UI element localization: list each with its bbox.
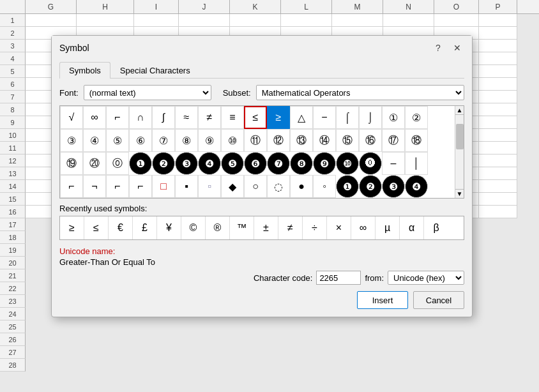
recent-symbol[interactable]: α xyxy=(400,216,424,239)
recent-symbol[interactable]: ¥ xyxy=(157,216,181,239)
symbol-cell[interactable]: ⑦ xyxy=(152,129,175,152)
tab-symbols[interactable]: Symbols xyxy=(59,62,110,79)
symbol-cell[interactable]: ⑥ xyxy=(129,129,152,152)
symbol-cell[interactable]: ⌐ xyxy=(60,175,83,198)
symbol-cell[interactable]: ⌐ xyxy=(106,175,129,198)
symbol-cell[interactable]: ≈ xyxy=(175,106,198,129)
recent-symbol[interactable]: ≠ xyxy=(278,216,303,239)
recent-symbol[interactable]: ® xyxy=(206,216,230,239)
symbol-cell[interactable]: ❿ xyxy=(336,152,359,175)
symbol-cell[interactable]: │ xyxy=(405,152,428,175)
ss-cell[interactable] xyxy=(479,27,517,40)
symbol-cell[interactable]: ❷ xyxy=(359,175,382,198)
symbol-cell[interactable]: ❼ xyxy=(267,152,290,175)
symbol-cell[interactable]: ⓪ xyxy=(106,152,129,175)
ss-cell[interactable] xyxy=(479,167,517,180)
recent-symbol[interactable]: ± xyxy=(254,216,278,239)
ss-cell[interactable] xyxy=(479,65,517,78)
help-button[interactable]: ? xyxy=(431,41,445,55)
ss-cell[interactable] xyxy=(179,14,230,27)
scrollbar-track[interactable] xyxy=(455,149,464,189)
symbol-cell[interactable]: ◌ xyxy=(267,175,290,198)
recent-symbol[interactable]: € xyxy=(109,216,133,239)
ss-cell[interactable] xyxy=(230,14,281,27)
ss-cell[interactable] xyxy=(479,40,517,52)
ss-cell[interactable] xyxy=(383,14,434,27)
ss-cell[interactable] xyxy=(479,180,517,193)
symbol-cell[interactable]: ≠ xyxy=(198,106,221,129)
recent-symbol[interactable]: ÷ xyxy=(303,216,327,239)
recent-symbol[interactable]: × xyxy=(327,216,351,239)
recent-symbol[interactable]: µ xyxy=(376,216,400,239)
ss-cell[interactable] xyxy=(479,78,517,91)
symbol-cell[interactable]: ❽ xyxy=(290,152,313,175)
symbol-cell[interactable]: ⑮ xyxy=(336,129,359,152)
symbol-cell[interactable]: ◆ xyxy=(221,175,244,198)
symbol-cell[interactable]: △ xyxy=(290,106,313,129)
symbol-cell[interactable]: ⓿ xyxy=(359,152,382,175)
ss-cell[interactable] xyxy=(479,206,517,218)
symbol-cell-selected-red[interactable]: ≤ xyxy=(244,106,267,129)
symbol-cell[interactable]: ⑧ xyxy=(175,129,198,152)
char-code-input[interactable] xyxy=(316,271,361,285)
symbol-cell[interactable]: ● xyxy=(290,175,313,198)
symbol-cell[interactable]: ▪ xyxy=(175,175,198,198)
symbol-cell[interactable]: − xyxy=(313,106,336,129)
recent-symbol[interactable]: β xyxy=(424,216,448,239)
recent-symbol[interactable]: ™ xyxy=(230,216,254,239)
ss-cell[interactable] xyxy=(479,52,517,65)
ss-cell[interactable] xyxy=(479,14,517,27)
symbol-cell[interactable]: ⌡ xyxy=(359,106,382,129)
symbol-cell[interactable]: – xyxy=(382,152,405,175)
close-button[interactable]: ✕ xyxy=(450,41,464,55)
symbol-cell[interactable]: ⑩ xyxy=(221,129,244,152)
symbol-cell[interactable]: ④ xyxy=(83,129,106,152)
recent-symbol[interactable]: © xyxy=(181,216,206,239)
scrollbar-thumb[interactable] xyxy=(456,124,464,149)
symbol-cell[interactable]: √ xyxy=(60,106,83,129)
ss-cell[interactable] xyxy=(479,116,517,129)
symbol-cell[interactable]: ⑲ xyxy=(60,152,83,175)
symbol-cell[interactable]: ∩ xyxy=(129,106,152,129)
symbol-cell[interactable]: ⑯ xyxy=(359,129,382,152)
ss-cell[interactable] xyxy=(434,14,479,27)
font-select[interactable]: (normal text) xyxy=(84,85,211,100)
symbol-cell[interactable]: ⑰ xyxy=(382,129,405,152)
symbol-cell[interactable]: ❸ xyxy=(382,175,405,198)
symbol-cell[interactable]: ❶ xyxy=(129,152,152,175)
subset-select[interactable]: Mathematical Operators xyxy=(256,85,464,100)
ss-cell[interactable] xyxy=(479,129,517,142)
ss-cell[interactable] xyxy=(479,142,517,155)
symbol-cell[interactable]: ❹ xyxy=(198,152,221,175)
symbol-cell[interactable]: ⑳ xyxy=(83,152,106,175)
scrollbar-up-btn[interactable]: ▲ xyxy=(455,106,464,115)
symbol-cell[interactable]: ⑱ xyxy=(405,129,428,152)
scrollbar-down-btn[interactable]: ▼ xyxy=(455,189,464,198)
symbol-cell[interactable]: ❾ xyxy=(313,152,336,175)
tab-special-characters[interactable]: Special Characters xyxy=(110,62,200,79)
ss-cell[interactable] xyxy=(479,155,517,167)
symbol-cell[interactable]: ⌠ xyxy=(336,106,359,129)
recent-symbol[interactable]: £ xyxy=(133,216,157,239)
symbol-cell[interactable]: ⑪ xyxy=(244,129,267,152)
cancel-button[interactable]: Cancel xyxy=(413,291,464,309)
ss-cell[interactable] xyxy=(479,193,517,206)
ss-cell[interactable] xyxy=(479,91,517,103)
ss-cell[interactable] xyxy=(26,14,77,27)
recent-symbol[interactable]: ∞ xyxy=(351,216,376,239)
symbol-cell[interactable]: ⑬ xyxy=(290,129,313,152)
symbol-cell[interactable]: ❺ xyxy=(221,152,244,175)
insert-button[interactable]: Insert xyxy=(357,291,408,309)
ss-cell[interactable] xyxy=(479,103,517,116)
symbol-grid-scrollbar[interactable]: ▲ ▼ xyxy=(455,106,464,198)
symbol-cell[interactable]: ≡ xyxy=(221,106,244,129)
recent-symbol[interactable]: ≥ xyxy=(60,216,84,239)
recent-symbol[interactable]: ≤ xyxy=(84,216,109,239)
symbol-cell[interactable]: ⌐ xyxy=(106,106,129,129)
symbol-cell[interactable]: ❷ xyxy=(152,152,175,175)
symbol-cell[interactable]: ① xyxy=(382,106,405,129)
symbol-cell[interactable]: ∫ xyxy=(152,106,175,129)
symbol-cell[interactable]: □ xyxy=(152,175,175,198)
symbol-cell[interactable]: ¬ xyxy=(83,175,106,198)
symbol-cell[interactable]: ⑫ xyxy=(267,129,290,152)
